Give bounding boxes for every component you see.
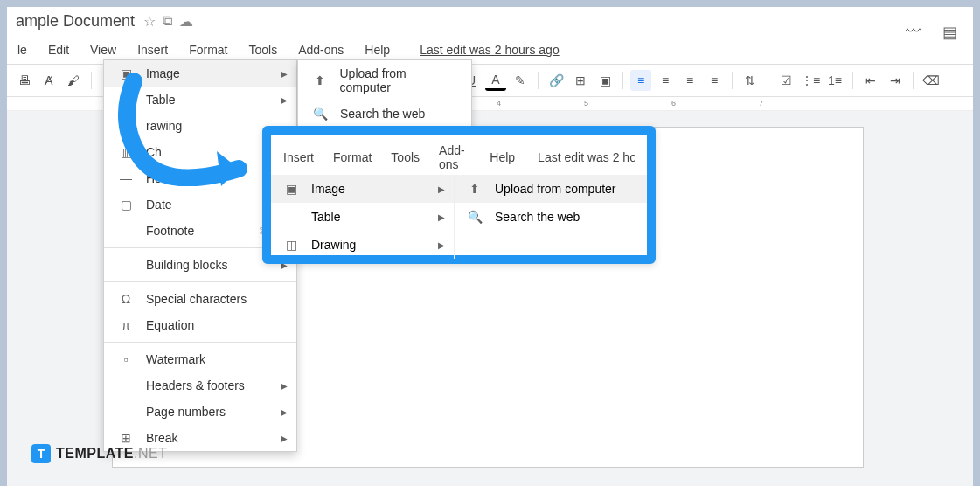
drawing-icon: ◫ — [118, 119, 134, 133]
label: Search the web — [495, 210, 580, 224]
pi-icon: π — [118, 318, 134, 332]
label: Image — [146, 66, 180, 80]
insert-image[interactable]: ▣Image▶ — [104, 60, 296, 87]
link-icon[interactable]: 🔗 — [546, 70, 566, 91]
label: Table — [311, 210, 340, 224]
label: Building blocks — [146, 258, 227, 272]
label: Drawing — [311, 238, 356, 252]
chevron-right-icon: ▶ — [438, 240, 445, 250]
separator — [852, 72, 853, 89]
bullet-list-icon[interactable]: ⋮≡ — [800, 70, 821, 91]
callout-upload[interactable]: ⬆Upload from computer — [455, 175, 647, 203]
menu-tools[interactable]: Tools — [247, 39, 279, 60]
document-title[interactable]: ample Document — [16, 12, 135, 31]
numbered-list-icon[interactable]: 1≡ — [824, 70, 845, 91]
callout-table[interactable]: Table▶ — [271, 203, 454, 231]
highlight-icon[interactable]: ✎ — [510, 70, 531, 91]
align-right-icon[interactable]: ≡ — [679, 70, 700, 91]
image-submenu: ⬆Upload from computer 🔍Search the web — [297, 59, 472, 128]
insert-page-numbers[interactable]: Page numbers▶ — [104, 399, 296, 425]
align-left-icon[interactable]: ≡ — [630, 70, 651, 91]
callout-zoom: Insert Format Tools Add-ons Help Last ed… — [262, 126, 656, 264]
insert-table[interactable]: ▦Table▶ — [104, 87, 296, 113]
activity-icon[interactable]: 〰 — [906, 23, 921, 42]
paint-format-icon[interactable]: 🖌 — [63, 70, 84, 91]
cloud-icon[interactable]: ☁ — [179, 13, 193, 30]
label: Date — [146, 198, 172, 212]
callout-last-edit[interactable]: Last edit was 2 hours ago — [538, 150, 635, 164]
app-window: ample Document ☆ ⧉ ☁ 〰 ▤ le Edit View In… — [7, 7, 973, 479]
template-net-watermark: T TEMPLATE.NET — [31, 444, 167, 463]
callout-search[interactable]: 🔍Search the web — [455, 203, 647, 231]
label: Equation — [146, 318, 194, 332]
last-edit-link[interactable]: Last edit was 2 hours ago — [420, 43, 560, 57]
chevron-right-icon: ▶ — [281, 381, 288, 391]
ruler-tick: 4 — [497, 99, 501, 108]
insert-watermark[interactable]: ▫Watermark — [104, 346, 296, 372]
label: Image — [311, 182, 345, 196]
line-spacing-icon[interactable]: ⇅ — [740, 70, 761, 91]
move-icon[interactable]: ⧉ — [163, 13, 172, 30]
break-icon: ⊞ — [118, 431, 134, 445]
search-the-web[interactable]: 🔍Search the web — [298, 101, 471, 127]
upload-from-computer[interactable]: ⬆Upload from computer — [298, 60, 471, 101]
callout-menu-format[interactable]: Format — [333, 150, 372, 164]
search-icon: 🔍 — [467, 210, 483, 224]
comment-icon[interactable]: ⊞ — [570, 70, 591, 91]
text-color-icon[interactable]: A — [485, 70, 506, 91]
chevron-right-icon: ▶ — [438, 212, 445, 222]
align-center-icon[interactable]: ≡ — [655, 70, 676, 91]
chevron-right-icon: ▶ — [281, 407, 288, 417]
menu-view[interactable]: View — [88, 39, 118, 60]
callout-body: ▣Image▶ Table▶ ◫Drawing▶ ⬆Upload from co… — [271, 175, 647, 259]
callout-menu-help[interactable]: Help — [490, 150, 515, 164]
menu-file[interactable]: le — [16, 39, 29, 60]
comments-icon[interactable]: ▤ — [942, 23, 957, 42]
image-icon[interactable]: ▣ — [594, 70, 615, 91]
ruler-tick: 5 — [584, 99, 588, 108]
search-icon: 🔍 — [312, 107, 328, 121]
label: Special characters — [146, 292, 247, 306]
align-justify-icon[interactable]: ≡ — [704, 70, 725, 91]
chevron-right-icon: ▶ — [281, 434, 288, 443]
title-icons: ☆ ⧉ ☁ — [143, 13, 193, 30]
label: Ch — [146, 145, 162, 159]
insert-special-chars[interactable]: ΩSpecial characters — [104, 286, 296, 312]
separator — [91, 72, 92, 89]
chart-icon: ▥ — [118, 145, 134, 159]
divider — [104, 281, 296, 282]
divider — [104, 342, 296, 343]
label: Table — [146, 93, 175, 107]
print-icon[interactable]: 🖶 — [14, 70, 35, 91]
callout-menu-insert[interactable]: Insert — [283, 150, 314, 164]
callout-col1: ▣Image▶ Table▶ ◫Drawing▶ — [271, 175, 455, 259]
insert-headers-footers[interactable]: Headers & footers▶ — [104, 372, 296, 399]
callout-drawing[interactable]: ◫Drawing▶ — [271, 231, 454, 259]
insert-equation[interactable]: πEquation — [104, 312, 296, 338]
separator — [768, 72, 768, 89]
separator — [732, 72, 733, 89]
callout-menu-addons[interactable]: Add-ons — [439, 143, 470, 171]
ruler-tick: 6 — [671, 99, 676, 108]
spellcheck-icon[interactable]: A̸ — [38, 70, 59, 91]
image-icon: ▣ — [283, 182, 299, 196]
menu-addons[interactable]: Add-ons — [296, 39, 345, 60]
checklist-icon[interactable]: ☑ — [775, 70, 796, 91]
menu-help[interactable]: Help — [363, 39, 392, 60]
indent-increase-icon[interactable]: ⇥ — [885, 70, 906, 91]
clear-format-icon[interactable]: ⌫ — [921, 70, 942, 91]
callout-image[interactable]: ▣Image▶ — [271, 175, 454, 203]
omega-icon: Ω — [118, 292, 134, 306]
chevron-right-icon: ▶ — [281, 95, 288, 105]
menu-edit[interactable]: Edit — [46, 39, 71, 60]
menu-insert[interactable]: Insert — [136, 39, 170, 60]
title-bar: ample Document ☆ ⧉ ☁ — [7, 7, 973, 36]
calendar-icon: ▢ — [118, 198, 134, 212]
menu-format[interactable]: Format — [187, 39, 229, 60]
callout-menu-tools[interactable]: Tools — [391, 150, 420, 164]
indent-decrease-icon[interactable]: ⇤ — [860, 70, 881, 91]
image-icon: ▣ — [118, 66, 134, 80]
separator — [538, 72, 539, 89]
label: Upload from computer — [495, 182, 616, 196]
star-icon[interactable]: ☆ — [143, 13, 156, 30]
